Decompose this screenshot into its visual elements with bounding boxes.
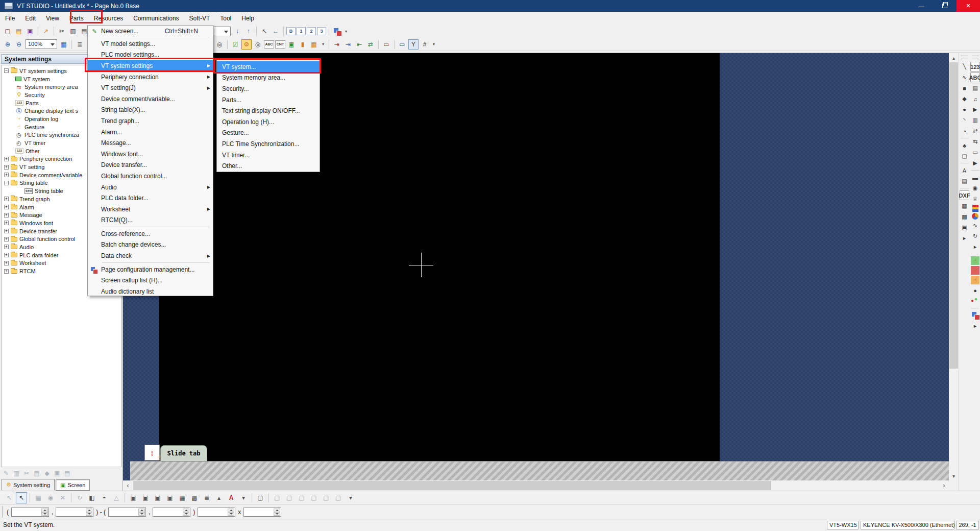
submenu-system-memory-area[interactable]: System memory area...	[217, 73, 320, 84]
toolbar-grip[interactable]	[961, 56, 968, 59]
menu-windows-font[interactable]: Windows font...	[88, 149, 213, 160]
document-display-icon[interactable]: ▤	[970, 83, 980, 93]
scroll-up-arrow[interactable]: ▴	[949, 53, 959, 62]
scroll-right-arrow[interactable]: ›	[939, 480, 949, 491]
send-backward-icon[interactable]: ▣	[164, 492, 176, 503]
menu-soft-vt[interactable]: Soft-VT	[184, 12, 215, 25]
back-icon[interactable]: ←	[271, 26, 281, 36]
parts-number-icon[interactable]: ▦	[33, 492, 44, 503]
transfer-both-icon[interactable]: ⇄	[365, 39, 376, 50]
menu-audio-dictionary-list[interactable]: Audio dictionary list	[88, 286, 213, 297]
two-lamps-icon[interactable]	[970, 296, 980, 306]
transfer-from-vt-icon[interactable]: ⇥	[343, 39, 353, 50]
text-abc-icon[interactable]: ABC	[264, 40, 274, 49]
remote-monitor-icon[interactable]: ▭	[970, 148, 980, 157]
vertical-scrollbar[interactable]: ▴ ▾	[949, 53, 959, 480]
parts-table-icon[interactable]: ▦	[309, 39, 319, 50]
menu-resources[interactable]: Resources	[89, 12, 128, 25]
numerical-display-icon[interactable]: 123	[970, 62, 980, 71]
menu-trend-graph[interactable]: Trend graph...	[88, 115, 213, 127]
menu-parts[interactable]: Parts	[64, 12, 89, 25]
menu-edit[interactable]: Edit	[20, 12, 41, 25]
preview-icon[interactable]: ◎	[253, 39, 263, 50]
image-tool-icon[interactable]: ♣	[960, 140, 969, 150]
export-icon[interactable]: ↗	[41, 26, 51, 36]
tree-expand-toggle[interactable]: −	[4, 68, 9, 73]
simulator-icon[interactable]: ▭	[381, 39, 391, 50]
frame-tool-icon[interactable]: ▢	[960, 151, 969, 161]
tree-expand-toggle[interactable]: −	[4, 181, 9, 185]
overlap-window-3-icon[interactable]: 3	[317, 27, 326, 35]
menu-tool[interactable]: Tool	[215, 12, 236, 25]
window-shift-icon[interactable]: ▣	[960, 223, 969, 232]
dropdown-arrow-icon[interactable]: ▾	[431, 39, 437, 50]
switch-red-icon[interactable]: ☝	[971, 266, 979, 275]
tree-expand-toggle[interactable]: +	[4, 197, 9, 201]
tree-expand-toggle[interactable]: +	[4, 229, 9, 233]
zoom-in-icon[interactable]: ⊕	[3, 39, 13, 50]
alarm-sound-icon[interactable]: ♫	[970, 94, 980, 104]
menu-string-table-x[interactable]: String table(X)...	[88, 105, 213, 116]
frame-select-3-icon[interactable]: ▢	[296, 492, 307, 503]
submenu-vt-timer[interactable]: VT timer...	[217, 150, 320, 161]
switch-green-icon[interactable]: ☝	[971, 256, 979, 265]
menu-new-screen[interactable]: ✎ New screen... Ctrl+Shift+N	[88, 27, 213, 36]
find-screen-icon[interactable]: ◎	[214, 39, 225, 50]
sector-tool-icon[interactable]: ◔	[960, 126, 969, 136]
restore-button[interactable]	[933, 0, 957, 12]
polygon-tool-icon[interactable]: ◆	[960, 94, 969, 104]
submenu-text-string-display[interactable]: Text string display ON/OFF...	[217, 105, 320, 116]
table-icon[interactable]: ▦	[960, 201, 969, 211]
width-spinner[interactable]	[198, 508, 235, 517]
video-window-icon[interactable]: ▶	[970, 158, 980, 168]
tree-expand-toggle[interactable]: +	[4, 213, 9, 218]
coord-x1-spinner[interactable]	[11, 508, 49, 517]
align-icon[interactable]: ≣	[75, 39, 85, 50]
scroll-left-arrow[interactable]: ‹	[123, 480, 133, 491]
screen-icon[interactable]: ▣	[286, 39, 297, 50]
menu-plc-model-settings[interactable]: PLC model settings...	[88, 50, 213, 61]
folder-transfer-icon[interactable]: ⇆	[970, 137, 980, 147]
switch-orange-icon[interactable]: ☝	[971, 276, 979, 284]
data-transfer-icon[interactable]: ⇄	[970, 126, 980, 136]
align-points-icon[interactable]: ≣	[201, 492, 212, 503]
lamp-icon[interactable]: ●	[970, 285, 980, 295]
zoom-out-icon[interactable]: ⊖	[14, 39, 24, 50]
submenu-other[interactable]: Other...	[217, 160, 320, 172]
transfer-to-vt-icon[interactable]: ⇥	[332, 39, 342, 50]
select-parts-icon[interactable]: ↖	[16, 492, 27, 503]
bring-forward-icon[interactable]: ▣	[152, 492, 163, 503]
align-shape-icon[interactable]: △	[111, 492, 122, 503]
minimize-button[interactable]: —	[910, 0, 933, 12]
menu-device-comment-variable[interactable]: Device comment/variable...	[88, 93, 213, 105]
tree-expand-toggle[interactable]: +	[4, 237, 9, 242]
flip-horizontal-icon[interactable]: ◧	[86, 492, 97, 503]
usb-connection-icon[interactable]: Y	[408, 39, 419, 50]
rotate-icon[interactable]: ↻	[74, 492, 85, 503]
menu-plc-data-folder[interactable]: PLC data folder...	[88, 192, 213, 204]
menu-view[interactable]: View	[41, 12, 64, 25]
submenu-parts[interactable]: Parts...	[217, 94, 320, 106]
save-icon[interactable]: ▣	[25, 26, 35, 36]
tab-screen[interactable]: ▣ Screen	[56, 479, 90, 491]
close-button[interactable]: ✕	[957, 0, 980, 12]
camera-display-icon[interactable]: ▶	[970, 105, 980, 114]
tree-expand-toggle[interactable]: +	[4, 157, 9, 161]
select-jump-icon[interactable]: ↖	[259, 26, 270, 36]
menu-batch-change-devices[interactable]: Batch change devices...	[88, 239, 213, 251]
counter-cnt-icon[interactable]: CNT	[275, 40, 285, 49]
menu-cross-reference[interactable]: Cross-reference...	[88, 228, 213, 239]
import-icon[interactable]: ▤	[63, 469, 72, 478]
delete-parts-icon[interactable]: ✕	[57, 492, 68, 503]
cut-icon[interactable]: ✂	[57, 26, 67, 36]
snap-icon[interactable]: ◉	[45, 492, 56, 503]
submenu-operation-log[interactable]: Operation log (H)...	[217, 116, 320, 128]
frame-select-6-icon[interactable]: ▢	[333, 492, 344, 503]
cut-icon[interactable]: ✂	[22, 469, 31, 478]
menu-message[interactable]: Message...	[88, 137, 213, 149]
more-arrow-icon[interactable]: ▸	[970, 321, 980, 331]
more-parts-arrow-icon[interactable]: ▸	[970, 242, 980, 252]
line-tool-icon[interactable]: ╲	[960, 62, 969, 71]
tree-expand-toggle[interactable]: +	[4, 205, 9, 209]
text-display-icon[interactable]: ABC	[970, 73, 980, 82]
